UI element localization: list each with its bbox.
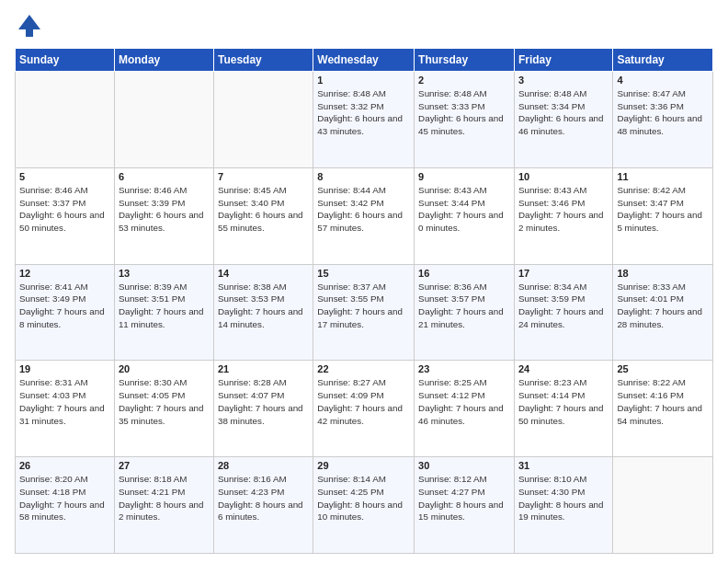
day-number: 9	[418, 171, 510, 182]
day-info: Sunrise: 8:44 AMSunset: 3:42 PMDaylight:…	[317, 184, 410, 235]
calendar-cell: 17Sunrise: 8:34 AMSunset: 3:59 PMDayligh…	[514, 264, 612, 361]
calendar-cell: 26Sunrise: 8:20 AMSunset: 4:18 PMDayligh…	[16, 457, 115, 554]
day-info: Sunrise: 8:10 AMSunset: 4:30 PMDaylight:…	[518, 473, 609, 523]
calendar-cell: 16Sunrise: 8:36 AMSunset: 3:57 PMDayligh…	[415, 264, 515, 361]
day-number: 10	[518, 171, 609, 182]
calendar-cell	[16, 72, 115, 168]
calendar-cell: 12Sunrise: 8:41 AMSunset: 3:49 PMDayligh…	[16, 264, 115, 361]
page: SundayMondayTuesdayWednesdayThursdayFrid…	[0, 0, 728, 563]
calendar-cell: 30Sunrise: 8:12 AMSunset: 4:27 PMDayligh…	[415, 457, 515, 554]
header	[15, 11, 713, 40]
calendar-cell	[613, 457, 713, 554]
day-number: 31	[518, 460, 609, 471]
day-number: 26	[19, 460, 110, 471]
day-number: 1	[317, 75, 410, 86]
day-number: 7	[218, 171, 309, 182]
day-info: Sunrise: 8:42 AMSunset: 3:47 PMDaylight:…	[617, 184, 709, 235]
calendar-header-friday: Friday	[514, 49, 612, 72]
svg-rect-1	[26, 29, 33, 37]
day-number: 24	[518, 363, 609, 374]
day-number: 23	[418, 363, 510, 374]
calendar-cell: 23Sunrise: 8:25 AMSunset: 4:12 PMDayligh…	[415, 361, 515, 457]
calendar-cell: 4Sunrise: 8:47 AMSunset: 3:36 PMDaylight…	[613, 72, 713, 168]
calendar-cell: 2Sunrise: 8:48 AMSunset: 3:33 PMDaylight…	[415, 72, 515, 168]
day-info: Sunrise: 8:16 AMSunset: 4:23 PMDaylight:…	[218, 473, 309, 523]
day-number: 2	[418, 75, 510, 86]
day-number: 29	[317, 460, 410, 471]
day-info: Sunrise: 8:20 AMSunset: 4:18 PMDaylight:…	[19, 473, 110, 523]
calendar-week-2: 5Sunrise: 8:46 AMSunset: 3:37 PMDaylight…	[16, 167, 713, 264]
calendar-cell: 6Sunrise: 8:46 AMSunset: 3:39 PMDaylight…	[114, 167, 213, 264]
day-number: 11	[617, 171, 709, 182]
day-number: 21	[218, 363, 309, 374]
day-number: 30	[418, 460, 510, 471]
day-info: Sunrise: 8:25 AMSunset: 4:12 PMDaylight:…	[418, 376, 510, 427]
day-info: Sunrise: 8:22 AMSunset: 4:16 PMDaylight:…	[617, 376, 709, 427]
calendar-cell: 15Sunrise: 8:37 AMSunset: 3:55 PMDayligh…	[313, 264, 415, 361]
calendar-cell: 9Sunrise: 8:43 AMSunset: 3:44 PMDaylight…	[415, 167, 515, 264]
day-info: Sunrise: 8:27 AMSunset: 4:09 PMDaylight:…	[317, 376, 410, 427]
day-info: Sunrise: 8:12 AMSunset: 4:27 PMDaylight:…	[418, 473, 510, 523]
day-info: Sunrise: 8:48 AMSunset: 3:32 PMDaylight:…	[317, 87, 410, 138]
calendar-cell: 29Sunrise: 8:14 AMSunset: 4:25 PMDayligh…	[313, 457, 415, 554]
calendar-cell: 28Sunrise: 8:16 AMSunset: 4:23 PMDayligh…	[213, 457, 313, 554]
day-number: 27	[119, 460, 210, 471]
calendar-cell	[114, 72, 213, 168]
calendar-cell: 10Sunrise: 8:43 AMSunset: 3:46 PMDayligh…	[514, 167, 612, 264]
calendar-cell: 13Sunrise: 8:39 AMSunset: 3:51 PMDayligh…	[114, 264, 213, 361]
day-info: Sunrise: 8:30 AMSunset: 4:05 PMDaylight:…	[119, 376, 210, 427]
calendar-week-3: 12Sunrise: 8:41 AMSunset: 3:49 PMDayligh…	[16, 264, 713, 361]
day-number: 14	[218, 268, 309, 279]
day-info: Sunrise: 8:43 AMSunset: 3:44 PMDaylight:…	[418, 184, 510, 235]
calendar-cell: 7Sunrise: 8:45 AMSunset: 3:40 PMDaylight…	[213, 167, 313, 264]
calendar-header-sunday: Sunday	[16, 49, 115, 72]
calendar-cell: 31Sunrise: 8:10 AMSunset: 4:30 PMDayligh…	[514, 457, 612, 554]
day-number: 17	[518, 268, 609, 279]
day-number: 4	[617, 75, 709, 86]
calendar-header-monday: Monday	[114, 49, 213, 72]
calendar-header-thursday: Thursday	[415, 49, 515, 72]
calendar-cell	[213, 72, 313, 168]
calendar-header-saturday: Saturday	[613, 49, 713, 72]
day-number: 22	[317, 363, 410, 374]
day-number: 13	[119, 268, 210, 279]
calendar-header-row: SundayMondayTuesdayWednesdayThursdayFrid…	[16, 49, 713, 72]
calendar-cell: 21Sunrise: 8:28 AMSunset: 4:07 PMDayligh…	[213, 361, 313, 457]
day-number: 12	[19, 268, 110, 279]
day-info: Sunrise: 8:33 AMSunset: 4:01 PMDaylight:…	[617, 281, 709, 331]
day-number: 6	[119, 171, 210, 182]
calendar-week-4: 19Sunrise: 8:31 AMSunset: 4:03 PMDayligh…	[16, 361, 713, 457]
day-info: Sunrise: 8:46 AMSunset: 3:37 PMDaylight:…	[19, 184, 110, 235]
day-number: 15	[317, 268, 410, 279]
day-number: 25	[617, 363, 709, 374]
logo-icon	[15, 11, 44, 40]
calendar-cell: 3Sunrise: 8:48 AMSunset: 3:34 PMDaylight…	[514, 72, 612, 168]
day-number: 5	[19, 171, 110, 182]
logo	[15, 11, 48, 40]
day-info: Sunrise: 8:38 AMSunset: 3:53 PMDaylight:…	[218, 281, 309, 331]
day-info: Sunrise: 8:48 AMSunset: 3:34 PMDaylight:…	[518, 87, 609, 138]
day-number: 16	[418, 268, 510, 279]
calendar-week-1: 1Sunrise: 8:48 AMSunset: 3:32 PMDaylight…	[16, 72, 713, 168]
day-info: Sunrise: 8:37 AMSunset: 3:55 PMDaylight:…	[317, 281, 410, 331]
calendar-cell: 27Sunrise: 8:18 AMSunset: 4:21 PMDayligh…	[114, 457, 213, 554]
day-number: 18	[617, 268, 709, 279]
calendar-cell: 19Sunrise: 8:31 AMSunset: 4:03 PMDayligh…	[16, 361, 115, 457]
day-info: Sunrise: 8:45 AMSunset: 3:40 PMDaylight:…	[218, 184, 309, 235]
calendar-header-tuesday: Tuesday	[213, 49, 313, 72]
day-info: Sunrise: 8:28 AMSunset: 4:07 PMDaylight:…	[218, 376, 309, 427]
day-number: 3	[518, 75, 609, 86]
day-info: Sunrise: 8:46 AMSunset: 3:39 PMDaylight:…	[119, 184, 210, 235]
day-info: Sunrise: 8:36 AMSunset: 3:57 PMDaylight:…	[418, 281, 510, 331]
day-info: Sunrise: 8:34 AMSunset: 3:59 PMDaylight:…	[518, 281, 609, 331]
day-info: Sunrise: 8:14 AMSunset: 4:25 PMDaylight:…	[317, 473, 410, 523]
calendar-table: SundayMondayTuesdayWednesdayThursdayFrid…	[15, 48, 713, 554]
calendar-cell: 5Sunrise: 8:46 AMSunset: 3:37 PMDaylight…	[16, 167, 115, 264]
calendar-cell: 24Sunrise: 8:23 AMSunset: 4:14 PMDayligh…	[514, 361, 612, 457]
calendar-cell: 22Sunrise: 8:27 AMSunset: 4:09 PMDayligh…	[313, 361, 415, 457]
day-number: 28	[218, 460, 309, 471]
calendar-cell: 20Sunrise: 8:30 AMSunset: 4:05 PMDayligh…	[114, 361, 213, 457]
calendar-cell: 11Sunrise: 8:42 AMSunset: 3:47 PMDayligh…	[613, 167, 713, 264]
calendar-cell: 1Sunrise: 8:48 AMSunset: 3:32 PMDaylight…	[313, 72, 415, 168]
svg-marker-0	[18, 15, 40, 29]
